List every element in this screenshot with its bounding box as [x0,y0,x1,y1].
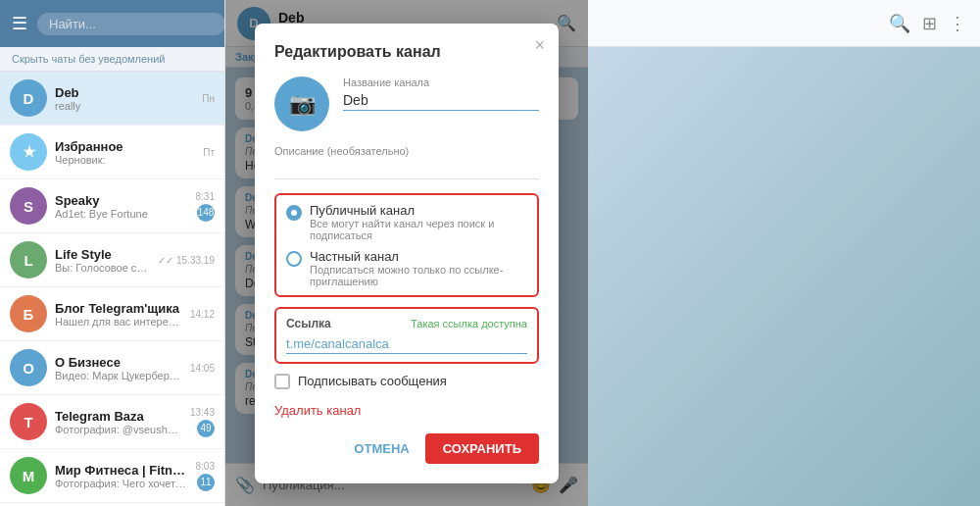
description-input[interactable] [274,162,539,179]
chat-time: 14:12 [190,309,215,320]
avatar: L [10,241,47,278]
chat-meta: Пт [203,147,215,158]
chat-preview: Фотография: Чего хочется ваше... [55,478,188,489]
chat-info: Блог Telegram'щика Нашел для вас интерес… [55,301,182,328]
chat-item-deb[interactable]: D Deb really Пн [0,72,224,126]
chat-meta: 8:31 148 [196,191,215,222]
public-channel-text: Публичный канал Все могут найти канал че… [310,203,527,241]
chat-info: Speaky Ad1et: Bye Fortune [55,193,188,220]
description-label: Описание (необязательно) [274,145,539,157]
public-radio[interactable] [286,205,302,221]
chat-info: Мир Фитнеса | FitnessRU Фотография: Чего… [55,463,188,489]
search-icon-right[interactable]: 🔍 [889,13,910,34]
chat-item-lifestyle[interactable]: L Life Style Вы: Голосовое сообщение ✓✓ … [0,233,224,287]
sign-label: Подписывать сообщения [298,374,447,388]
chat-preview: Фотография: @vseusheskazano... [55,424,182,435]
chat-main: D Deb 2 участника 🔍 Закреплённое сообщен… [225,0,588,506]
chat-info: Deb really [55,85,194,112]
chat-time: ✓✓ 15.33.19 [158,255,215,266]
chat-time: 8:03 [196,461,215,472]
chat-name: Избранное [55,139,195,154]
delete-channel-link[interactable]: Удалить канал [274,403,539,418]
chat-name: Speaky [55,193,188,208]
chat-name: Deb [55,85,194,100]
chat-meta: ✓✓ 15.33.19 [158,255,215,266]
avatar: Б [10,295,47,332]
chat-badge: 11 [197,474,215,491]
channel-name-field: Название канала [343,76,539,111]
cancel-button[interactable]: ОТМЕНА [354,441,409,456]
chat-item-speaky[interactable]: S Speaky Ad1et: Bye Fortune 8:31 148 [0,179,224,233]
chat-list: D Deb really Пн ★ Избранное Черновик: Пт… [0,72,224,506]
chat-preview: Вы: Голосовое сообщение [55,262,150,274]
chat-item-business[interactable]: О О Бизнесе Видео: Марк Цукерберг о рол.… [0,341,224,395]
chat-item-blogtelegram[interactable]: Б Блог Telegram'щика Нашел для вас интер… [0,287,224,341]
chat-item-telegrambaza[interactable]: T Telegram Baza Фотография: @vseusheskaz… [0,395,224,449]
save-button[interactable]: СОХРАНИТЬ [425,433,539,464]
chat-time: 14:05 [190,363,215,374]
private-channel-label: Частный канал [310,249,527,264]
sidebar-header: ☰ [0,0,224,47]
link-row: Ссылка Такая ссылка доступна [286,317,527,330]
sign-row: Подписывать сообщения [274,374,539,389]
chat-info: Telegram Baza Фотография: @vseusheskazan… [55,409,182,435]
right-panel: 🔍 ⊞ ⋮ [588,0,980,506]
avatar: ★ [10,133,47,171]
columns-icon[interactable]: ⊞ [922,13,937,34]
chat-preview: Видео: Марк Цукерберг о рол... [55,370,182,381]
chat-name: Telegram Baza [55,409,182,424]
channel-name-input[interactable] [343,92,539,111]
chat-item-mirfitnes[interactable]: М Мир Фитнеса | FitnessRU Фотография: Че… [0,449,224,503]
chat-name: Мир Фитнеса | FitnessRU [55,463,188,478]
avatar: T [10,403,47,440]
sidebar: ☰ Скрыть чаты без уведомлений D Deb real… [0,0,225,506]
link-label: Ссылка [286,317,331,330]
chat-meta: 14:05 [190,363,215,374]
chat-name: Блог Telegram'щика [55,301,182,316]
sign-checkbox[interactable] [274,374,290,389]
public-channel-sub: Все могут найти канал через поиск и подп… [310,218,527,241]
private-radio[interactable] [286,251,302,267]
channel-avatar-row: 📷 Название канала [274,76,539,131]
chat-name: Life Style [55,247,150,262]
chat-info: Избранное Черновик: [55,139,195,166]
chat-badge: 49 [197,420,215,437]
private-channel-sub: Подписаться можно только по ссылке-пригл… [310,264,527,287]
close-icon[interactable]: × [534,35,545,56]
search-input[interactable] [37,13,225,35]
chat-badge: 148 [197,204,215,222]
chat-meta: 14:12 [190,309,215,320]
description-section: Описание (необязательно) [274,145,539,179]
chat-time: Пт [203,147,215,158]
chat-time: 13:43 [190,407,215,418]
private-channel-option[interactable]: Частный канал Подписаться можно только п… [286,249,527,287]
link-input[interactable] [286,336,527,354]
avatar: О [10,349,47,386]
channel-avatar[interactable]: 📷 [274,76,329,131]
more-icon[interactable]: ⋮ [949,13,966,34]
chat-preview: Нашел для вас интересный хейс... [55,316,182,328]
avatar: М [10,457,47,494]
chat-preview: Черновик: [55,154,195,166]
chat-meta: 8:03 11 [196,461,215,491]
modal-overlay: Редактировать канал × 📷 Название канала … [225,0,588,506]
chat-preview: Ad1et: Bye Fortune [55,208,188,220]
chat-preview: really [55,100,194,112]
right-panel-header: 🔍 ⊞ ⋮ [588,0,980,47]
public-channel-label: Публичный канал [310,203,527,218]
chat-name: О Бизнесе [55,355,182,370]
public-channel-option[interactable]: Публичный канал Все могут найти канал че… [286,203,527,241]
private-channel-text: Частный канал Подписаться можно только п… [310,249,527,287]
chat-time: Пн [202,93,215,104]
chat-item-favorites[interactable]: ★ Избранное Черновик: Пт [0,126,224,179]
dialog-actions: ОТМЕНА СОХРАНИТЬ [274,433,539,464]
link-section: Ссылка Такая ссылка доступна [274,307,539,364]
chat-meta: Пн [202,93,215,104]
menu-icon[interactable]: ☰ [12,13,27,34]
right-background [588,47,980,506]
channel-type-section: Публичный канал Все могут найти канал че… [274,193,539,297]
avatar: D [10,79,47,117]
chat-info: О Бизнесе Видео: Марк Цукерберг о рол... [55,355,182,381]
chat-info: Life Style Вы: Голосовое сообщение [55,247,150,274]
edit-channel-dialog: Редактировать канал × 📷 Название канала … [255,24,559,483]
